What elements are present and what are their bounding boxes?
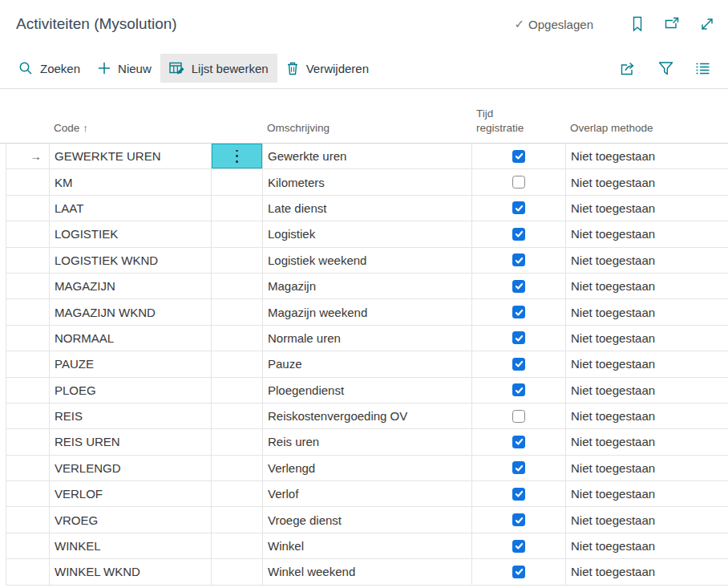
- row-options-cell[interactable]: [211, 403, 262, 428]
- tijd-registratie-checkbox[interactable]: [512, 461, 525, 474]
- overlap-methode-cell[interactable]: Niet toegestaan: [565, 533, 728, 558]
- omschrijving-cell[interactable]: Late dienst: [262, 196, 471, 221]
- overlap-methode-cell[interactable]: Niet toegestaan: [565, 274, 728, 298]
- row-options-cell[interactable]: [211, 351, 262, 376]
- code-cell[interactable]: REIS UREN: [49, 429, 211, 454]
- overlap-methode-cell[interactable]: Niet toegestaan: [565, 196, 728, 221]
- overlap-methode-cell[interactable]: Niet toegestaan: [565, 351, 728, 376]
- row-options-cell[interactable]: [211, 456, 262, 481]
- overlap-methode-cell[interactable]: Niet toegestaan: [565, 169, 728, 194]
- omschrijving-cell[interactable]: Verlof: [262, 481, 471, 506]
- list-options-icon[interactable]: [695, 62, 710, 75]
- code-cell[interactable]: PLOEG: [49, 378, 211, 403]
- code-cell[interactable]: MAGAZIJN: [49, 274, 211, 298]
- tijd-registratie-checkbox[interactable]: [512, 410, 525, 423]
- tijd-registratie-checkbox[interactable]: [512, 306, 525, 318]
- column-header-overlap-methode[interactable]: Overlap methode: [565, 121, 728, 136]
- code-cell[interactable]: WINKEL: [49, 533, 211, 558]
- code-cell[interactable]: KM: [49, 169, 211, 194]
- cell-more-options-button[interactable]: [212, 144, 262, 168]
- row-options-cell[interactable]: [211, 248, 262, 273]
- omschrijving-cell[interactable]: Ploegendienst: [262, 378, 471, 403]
- omschrijving-cell[interactable]: Magazijn: [262, 274, 471, 298]
- code-cell[interactable]: LAAT: [49, 196, 211, 221]
- column-header-code[interactable]: Code↑: [49, 121, 211, 136]
- overlap-methode-cell[interactable]: Niet toegestaan: [565, 144, 728, 168]
- code-cell[interactable]: GEWERKTE UREN: [49, 144, 211, 168]
- overlap-methode-cell[interactable]: Niet toegestaan: [565, 299, 728, 324]
- row-options-cell[interactable]: [211, 196, 262, 221]
- omschrijving-cell[interactable]: Winkel: [262, 533, 471, 558]
- overlap-methode-cell[interactable]: Niet toegestaan: [565, 559, 728, 584]
- omschrijving-cell[interactable]: Gewerkte uren: [262, 144, 471, 168]
- tijd-registratie-checkbox[interactable]: [512, 228, 525, 241]
- row-options-cell[interactable]: [211, 481, 262, 506]
- code-cell[interactable]: VERLENGD: [49, 456, 211, 481]
- overlap-methode-cell[interactable]: Niet toegestaan: [565, 378, 728, 403]
- overlap-methode-cell[interactable]: Niet toegestaan: [565, 403, 728, 428]
- code-cell[interactable]: PAUZE: [49, 351, 211, 376]
- omschrijving-cell[interactable]: Vroege dienst: [262, 507, 471, 532]
- bookmark-icon[interactable]: [630, 16, 645, 32]
- omschrijving-cell[interactable]: Reiskostenvergoeding OV: [262, 403, 471, 428]
- row-options-cell[interactable]: [211, 274, 262, 298]
- omschrijving-cell[interactable]: Magazijn weekend: [262, 299, 471, 324]
- overlap-methode-cell[interactable]: Niet toegestaan: [565, 248, 728, 273]
- row-options-cell[interactable]: [211, 299, 262, 324]
- search-button[interactable]: Zoeken: [10, 54, 89, 83]
- tijd-registratie-checkbox[interactable]: [512, 253, 525, 266]
- code-cell[interactable]: MAGAZIJN WKND: [49, 299, 211, 324]
- code-cell[interactable]: LOGISTIEK: [49, 221, 211, 246]
- code-cell[interactable]: LOGISTIEK WKND: [49, 248, 211, 273]
- row-options-cell[interactable]: [211, 429, 262, 454]
- tijd-registratie-checkbox[interactable]: [512, 150, 525, 163]
- share-icon[interactable]: [620, 61, 637, 76]
- omschrijving-cell[interactable]: Logistiek weekend: [262, 248, 471, 273]
- overlap-methode-cell[interactable]: Niet toegestaan: [565, 221, 728, 246]
- code-cell[interactable]: NORMAAL: [49, 326, 211, 351]
- new-button[interactable]: Nieuw: [89, 54, 160, 83]
- row-options-cell[interactable]: [211, 378, 262, 403]
- overlap-methode-cell[interactable]: Niet toegestaan: [565, 507, 728, 532]
- overlap-methode-cell[interactable]: Niet toegestaan: [565, 456, 728, 481]
- omschrijving-cell[interactable]: Kilometers: [262, 169, 471, 194]
- omschrijving-cell[interactable]: Winkel weekend: [262, 559, 471, 584]
- row-options-cell[interactable]: [211, 507, 262, 532]
- omschrijving-cell[interactable]: Logistiek: [262, 221, 471, 246]
- omschrijving-cell[interactable]: Reis uren: [262, 429, 471, 454]
- code-cell[interactable]: VERLOF: [49, 481, 211, 506]
- row-options-cell[interactable]: [211, 169, 262, 194]
- omschrijving-cell[interactable]: Verlengd: [262, 456, 471, 481]
- tijd-registratie-checkbox[interactable]: [512, 358, 525, 371]
- row-options-cell[interactable]: [211, 221, 262, 246]
- open-in-new-window-icon[interactable]: [664, 16, 680, 32]
- tijd-registratie-checkbox[interactable]: [512, 383, 525, 396]
- tijd-registratie-checkbox[interactable]: [512, 280, 525, 293]
- overlap-methode-cell[interactable]: Niet toegestaan: [565, 481, 728, 506]
- tijd-registratie-checkbox[interactable]: [512, 436, 525, 448]
- row-options-cell[interactable]: [211, 144, 262, 168]
- tijd-registratie-checkbox[interactable]: [512, 488, 525, 501]
- row-options-cell[interactable]: [211, 533, 262, 558]
- code-cell[interactable]: REIS: [49, 403, 211, 428]
- code-cell[interactable]: VROEG: [49, 507, 211, 532]
- overlap-methode-cell[interactable]: Niet toegestaan: [565, 326, 728, 351]
- expand-icon[interactable]: [699, 16, 715, 32]
- filter-icon[interactable]: [658, 61, 673, 76]
- row-options-cell[interactable]: [211, 326, 262, 351]
- tijd-registratie-checkbox[interactable]: [512, 176, 525, 189]
- tijd-registratie-checkbox[interactable]: [512, 201, 525, 214]
- tijd-registratie-checkbox[interactable]: [512, 513, 525, 526]
- column-header-omschrijving[interactable]: Omschrijving: [262, 121, 471, 136]
- code-cell[interactable]: WINKEL WKND: [49, 559, 211, 584]
- tijd-registratie-checkbox[interactable]: [512, 540, 525, 553]
- row-options-cell[interactable]: [211, 559, 262, 584]
- edit-list-button[interactable]: Lijst bewerken: [160, 54, 277, 83]
- tijd-registratie-checkbox[interactable]: [512, 331, 525, 344]
- delete-button[interactable]: Verwijderen: [277, 54, 378, 83]
- overlap-methode-cell[interactable]: Niet toegestaan: [565, 429, 728, 454]
- tijd-registratie-checkbox[interactable]: [512, 566, 525, 578]
- omschrijving-cell[interactable]: Normale uren: [262, 326, 471, 351]
- column-header-tijd-registratie[interactable]: Tijd registratie: [471, 107, 565, 136]
- omschrijving-cell[interactable]: Pauze: [262, 351, 471, 376]
